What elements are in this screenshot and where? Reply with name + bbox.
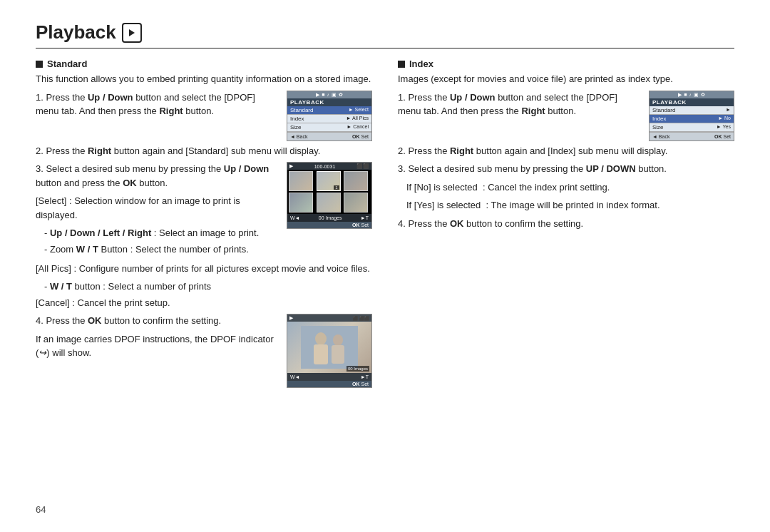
- menu-bottom-bar: ◄ BackOK Set: [287, 132, 371, 140]
- photo-illustration: [301, 326, 358, 369]
- single-photo-box: ▶ ⬛ ⬛⬛ 00 Images: [287, 314, 372, 388]
- right-menu-row-standard: Standard►: [650, 106, 734, 115]
- svg-rect-3: [314, 344, 328, 364]
- menu-row-standard: Standard► Select: [287, 106, 371, 115]
- page-title: Playback: [36, 21, 734, 44]
- if-no-text: If [No] is selected : Cancel the index p…: [406, 180, 734, 195]
- right-menu-bottom-bar: ◄ BackOK Set: [650, 132, 734, 140]
- step1-text: 1. Press the Up / Down button and select…: [36, 91, 279, 118]
- cancel-note: [Cancel] : Cancel the print setup.: [36, 296, 372, 310]
- menu-title: PLAYBACK: [287, 98, 371, 106]
- step4-text: 4. Press the OK button to confirm the se…: [36, 314, 279, 328]
- page-number: 64: [36, 504, 46, 515]
- index-label: Index: [409, 58, 433, 69]
- photo-count: 00 Images: [319, 215, 342, 220]
- photo-grid-ui: ▶ 100-0031 ⬛⬛ 1: [287, 162, 372, 229]
- if-yes-text: If [Yes] is selected : The image will be…: [406, 198, 734, 213]
- bullet-updown: Up / Down / Left / Right : Select an ima…: [44, 226, 279, 241]
- right-menu-title: PLAYBACK: [650, 98, 734, 106]
- svg-rect-1: [301, 326, 358, 369]
- svg-point-2: [315, 332, 327, 345]
- select-note: [Select] : Selection window for an image…: [36, 194, 279, 222]
- thumb-3: [344, 171, 368, 191]
- index-header: Index: [398, 58, 734, 69]
- page: Playback Standard This function allows y…: [0, 0, 770, 532]
- single-bottom-bar: W◄ ►T: [287, 373, 371, 381]
- thumb-1: [289, 171, 313, 191]
- thumb-2: 1: [317, 171, 341, 191]
- menu-row-size: Size► Cancel: [287, 123, 371, 132]
- photo-grid-box: ▶ 100-0031 ⬛⬛ 1: [287, 162, 372, 229]
- right-menu-row-size: Size► Yes: [650, 123, 734, 132]
- photo-grid: 1: [287, 170, 371, 214]
- right-step1-area: 1. Press the Up / Down button and select…: [398, 91, 642, 123]
- standard-intro: This function allows you to embed printi…: [36, 72, 372, 86]
- single-top-bar: ▶ ⬛ ⬛⬛: [287, 314, 371, 322]
- step2-text: 2. Press the Right button again and [Sta…: [36, 144, 372, 158]
- right-step1-text: 1. Press the Up / Down button and select…: [398, 91, 642, 118]
- svg-point-4: [333, 334, 343, 346]
- photo-bottom-bar: W◄ 00 Images ►T: [287, 214, 371, 222]
- right-column: Index Images (except for movies and voic…: [398, 58, 734, 388]
- right-step2-text: 2. Press the Right button again and [Ind…: [398, 144, 734, 158]
- camera-menu-ui-left: ▶■♪▣✿ PLAYBACK Standard► Select Index► A…: [287, 91, 372, 141]
- standard-header: Standard: [36, 58, 372, 69]
- title-divider: [36, 48, 734, 48]
- camera-menu-ui-right: ▶■♪▣✿ PLAYBACK Standard► Index► No Size►…: [649, 91, 734, 141]
- bullet-wt2: W / T button : Select a number of prints: [44, 280, 372, 295]
- step3-area: 3. Select a desired sub menu by pressing…: [36, 162, 279, 259]
- right-step4-text: 4. Press the OK button to confirm the se…: [398, 217, 734, 231]
- left-column: Standard This function allows you to emb…: [36, 58, 372, 388]
- step1-left: 1. Press the Up / Down button and select…: [36, 91, 279, 123]
- step4-area: 4. Press the OK button to confirm the se…: [36, 314, 279, 364]
- photo-top-bar: ▶ 100-0031 ⬛⬛: [287, 163, 371, 170]
- step4-note: If an image carries DPOF instructions, t…: [36, 332, 279, 360]
- bullet-wt: Zoom W / T Button : Select the number of…: [44, 242, 279, 257]
- bullet-square-right: [398, 61, 405, 68]
- single-ok-bar: OK Set: [287, 381, 371, 387]
- thumb-6: [344, 193, 368, 213]
- wt-list: W / T button : Select a number of prints: [36, 280, 372, 295]
- title-text: Playback: [36, 21, 116, 44]
- menu-top-bar: ▶■♪▣✿: [287, 91, 371, 98]
- all-pics-note: [All Pics] : Configure number of prints …: [36, 262, 372, 276]
- svg-marker-0: [129, 29, 135, 36]
- right-menu-top-bar: ▶■♪▣✿: [650, 91, 734, 98]
- photo-count-badge: 00 Images: [346, 366, 369, 372]
- photo-label: 100-0031: [314, 164, 336, 169]
- step3-text: 3. Select a desired sub menu by pressing…: [36, 162, 279, 190]
- photo-ok-bar: OK Set: [287, 222, 371, 228]
- thumb-5: [317, 193, 341, 213]
- bullet-square: [36, 61, 43, 68]
- standard-label: Standard: [47, 58, 87, 69]
- index-intro: Images (except for movies and voice file…: [398, 72, 734, 86]
- single-photo-ui: ▶ ⬛ ⬛⬛ 00 Images: [287, 314, 372, 388]
- playback-icon: [122, 23, 142, 43]
- menu-row-index: Index► All Pics: [287, 115, 371, 123]
- right-menu-row-index: Index► No: [650, 115, 734, 123]
- right-step3-text: 3. Select a desired sub menu by pressing…: [398, 162, 734, 176]
- single-photo-area: 00 Images: [287, 322, 371, 373]
- thumb-4: [289, 193, 313, 213]
- svg-rect-5: [332, 345, 344, 364]
- bullet-list: Up / Down / Left / Right : Select an ima…: [36, 226, 279, 257]
- content-columns: Standard This function allows you to emb…: [36, 58, 734, 388]
